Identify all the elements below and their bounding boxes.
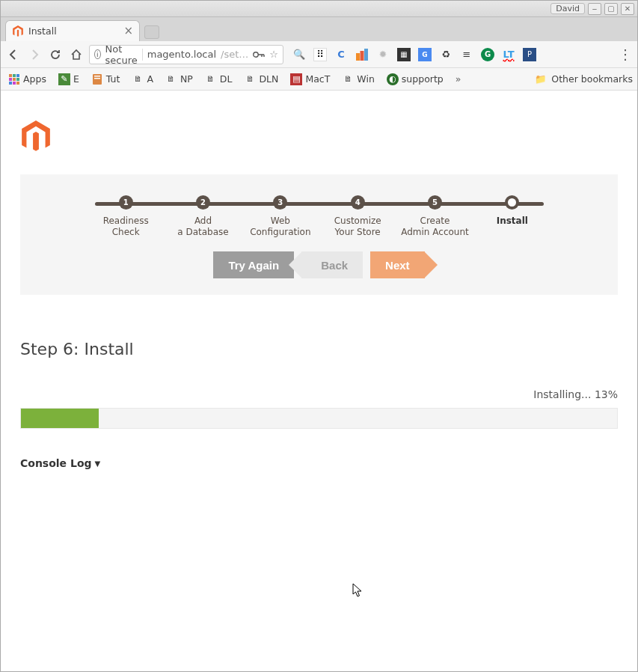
window-maximize-button[interactable]: ▢ <box>604 3 618 15</box>
step-label: Adda Database <box>177 216 228 238</box>
bookmark-label: NP <box>180 73 193 85</box>
try-again-button[interactable]: Try Again <box>213 251 294 278</box>
step-install[interactable]: Install <box>473 195 550 238</box>
magento-icon <box>12 25 24 37</box>
ext-icon-2[interactable]: C <box>334 48 348 61</box>
step-dot: 2 <box>196 195 210 210</box>
os-user-button[interactable]: David <box>550 3 585 14</box>
step-dot: 1 <box>119 195 133 210</box>
svg-rect-7 <box>9 78 12 81</box>
bookmark-label: A <box>147 73 153 85</box>
bookmark-supportp[interactable]: ◐supportp <box>384 72 447 87</box>
console-log-toggle[interactable]: Console Log ▼ <box>20 457 618 469</box>
step-create-admin[interactable]: 5CreateAdmin Account <box>396 195 473 238</box>
nav-back-button[interactable] <box>5 46 22 63</box>
bookmark-label: DLN <box>259 73 278 85</box>
ext-icon-6[interactable]: G <box>418 48 432 61</box>
file-icon: 🗎 <box>342 73 354 85</box>
step-label: CustomizeYour Store <box>334 216 381 238</box>
file-icon: 🗎 <box>165 73 177 85</box>
browser-tab-active[interactable]: Install × <box>5 20 140 41</box>
bookmark-win[interactable]: 🗎Win <box>339 72 377 87</box>
ext-icon-11[interactable]: P <box>523 48 536 61</box>
bookmark-label: MacT <box>305 73 330 85</box>
address-bar[interactable]: i Not secure magento.local/set… ☆ <box>89 45 283 64</box>
step-customize-store[interactable]: 4CustomizeYour Store <box>319 195 396 238</box>
step-dot <box>505 195 519 210</box>
bookmark-np[interactable]: 🗎NP <box>162 72 196 87</box>
browser-toolbar: i Not secure magento.local/set… ☆ 🔍 ⠿ C … <box>1 41 637 68</box>
svg-rect-8 <box>13 78 16 81</box>
bookmark-tut[interactable]: Tut <box>88 72 123 87</box>
svg-rect-4 <box>9 74 12 77</box>
extension-icons: 🔍 ⠿ C ✹ ▦ G ♻ ≡ G LT P <box>292 48 536 61</box>
bookmark-apps[interactable]: Apps <box>5 72 49 87</box>
bookmarks-bar: Apps ✎E Tut 🗎A 🗎NP 🗎DL 🗎DLN ▤MacT 🗎Win ◐… <box>1 68 637 91</box>
bookmark-e[interactable]: ✎E <box>55 72 82 87</box>
install-progress-bar <box>20 408 618 429</box>
back-button[interactable]: Back <box>301 251 363 278</box>
info-icon: i <box>94 49 101 59</box>
svg-rect-1 <box>356 53 360 61</box>
ext-icon-7[interactable]: ♻ <box>439 48 453 61</box>
step-label: ReadinessCheck <box>103 216 149 238</box>
svg-rect-3 <box>364 49 368 61</box>
next-button[interactable]: Next <box>370 251 425 278</box>
bookmark-mact[interactable]: ▤MacT <box>287 72 333 87</box>
new-tab-button[interactable] <box>144 25 159 39</box>
svg-rect-2 <box>361 51 364 61</box>
step-dot: 5 <box>428 195 442 210</box>
other-bookmarks-button[interactable]: 📁 Other bookmarks <box>535 73 633 85</box>
wizard-stepper: 1ReadinessCheck 2Adda Database 3WebConfi… <box>20 174 618 295</box>
bookmark-dln[interactable]: 🗎DLN <box>241 72 281 87</box>
star-icon[interactable]: ☆ <box>269 49 278 60</box>
bookmark-label: supportp <box>402 73 444 85</box>
ext-icon-9[interactable]: G <box>481 48 494 61</box>
svg-rect-5 <box>13 74 16 77</box>
step-web-configuration[interactable]: 3WebConfiguration <box>242 195 319 238</box>
tab-close-icon[interactable]: × <box>123 25 133 37</box>
nav-home-button[interactable] <box>68 46 85 63</box>
step-dot: 3 <box>273 195 287 210</box>
svg-rect-10 <box>9 82 12 85</box>
magento-logo-icon <box>20 120 52 153</box>
other-bookmarks-label: Other bookmarks <box>551 73 633 85</box>
page-icon <box>91 73 103 85</box>
ext-icon-8[interactable]: ≡ <box>460 48 473 61</box>
page-icon: ▤ <box>290 73 302 85</box>
install-status-text: Installing... 13% <box>20 388 618 400</box>
ext-icon-3[interactable] <box>355 48 369 61</box>
bookmark-label: Tut <box>106 73 120 85</box>
ext-icon-5[interactable]: ▦ <box>397 48 411 61</box>
svg-rect-11 <box>13 82 16 85</box>
tab-title: Install <box>28 25 57 37</box>
nav-reload-button[interactable] <box>47 46 64 63</box>
file-icon: 🗎 <box>132 73 144 85</box>
ext-icon-4[interactable]: ✹ <box>376 48 390 61</box>
svg-rect-14 <box>94 76 100 77</box>
window-minimize-button[interactable]: ‒ <box>588 3 601 15</box>
file-icon: 🗎 <box>244 73 256 85</box>
bookmark-label: Win <box>357 73 374 85</box>
bookmark-dl[interactable]: 🗎DL <box>202 72 236 87</box>
window-close-button[interactable]: ✕ <box>621 3 634 15</box>
search-icon[interactable]: 🔍 <box>292 48 306 61</box>
svg-point-0 <box>254 52 258 56</box>
browser-menu-button[interactable]: ⋮ <box>618 46 633 62</box>
page-title: Step 6: Install <box>20 340 618 358</box>
circle-icon: ◐ <box>387 73 399 85</box>
mouse-cursor-icon <box>352 583 364 598</box>
bookmark-a[interactable]: 🗎A <box>129 72 156 87</box>
svg-rect-15 <box>94 78 100 79</box>
ext-icon-10[interactable]: LT <box>502 48 515 61</box>
bookmark-overflow-button[interactable]: » <box>456 73 461 85</box>
url-host: magento.local <box>147 49 216 60</box>
step-add-database[interactable]: 2Adda Database <box>165 195 242 238</box>
progress-fill <box>21 409 99 428</box>
chevron-down-icon: ▼ <box>95 459 101 468</box>
ext-icon-1[interactable]: ⠿ <box>313 48 327 61</box>
url-path: /set… <box>221 49 248 60</box>
step-readiness-check[interactable]: 1ReadinessCheck <box>88 195 165 238</box>
step-label: Install <box>497 216 528 227</box>
file-icon: 🗎 <box>205 73 217 85</box>
